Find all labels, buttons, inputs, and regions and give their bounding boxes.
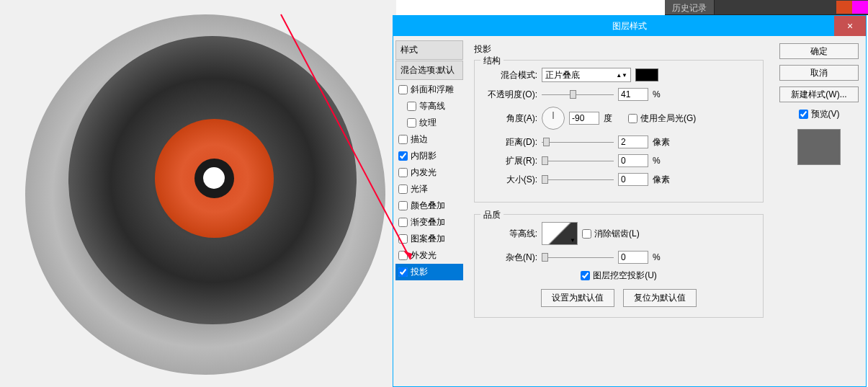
spread-unit: % (653, 156, 673, 166)
style-checkbox[interactable] (398, 234, 408, 244)
angle-label: 角度(A): (483, 112, 537, 125)
reset-default-button[interactable]: 复位为默认值 (623, 289, 697, 307)
chevron-down-icon: ▼ (570, 237, 576, 244)
dialog-titlebar[interactable]: 图层样式 × (393, 16, 866, 36)
settings-panel: 投影 结构 混合模式: 正片叠底 ▲▼ 不透明度(O): % (465, 36, 772, 387)
size-unit: 像素 (653, 174, 673, 186)
style-item-6[interactable]: 光泽 (395, 181, 463, 197)
style-item-5[interactable]: 内发光 (395, 164, 463, 181)
style-item-0[interactable]: 斜面和浮雕 (395, 81, 463, 98)
style-checkbox[interactable] (398, 218, 408, 227)
style-checkbox[interactable] (398, 184, 408, 194)
style-label: 纹理 (419, 117, 437, 129)
cancel-button[interactable]: 取消 (779, 65, 859, 81)
style-item-1[interactable]: 等高线 (395, 98, 463, 115)
style-label: 渐变叠加 (411, 216, 445, 228)
style-label: 等高线 (419, 100, 445, 112)
opacity-input[interactable] (618, 88, 648, 101)
antialias-checkbox[interactable]: 消除锯齿(L) (582, 228, 640, 240)
global-light-checkbox[interactable]: 使用全局光(G) (628, 112, 696, 125)
opacity-label: 不透明度(O): (483, 89, 537, 101)
style-item-4[interactable]: 内阴影 (395, 148, 463, 164)
style-label: 外发光 (411, 249, 437, 262)
style-item-11[interactable]: 投影 (395, 264, 463, 280)
noise-input[interactable] (618, 251, 648, 264)
size-input[interactable] (618, 173, 648, 186)
style-label: 描边 (411, 133, 428, 146)
style-label: 内阴影 (411, 150, 437, 162)
blend-mode-value: 正片叠底 (545, 69, 580, 81)
style-item-9[interactable]: 图案叠加 (395, 231, 463, 247)
style-checkbox[interactable] (398, 168, 408, 177)
vinyl-spindle (203, 167, 225, 189)
distance-unit: 像素 (653, 136, 673, 148)
layer-style-dialog: 图层样式 × 样式 混合选项:默认 斜面和浮雕等高线纹理描边内阴影内发光光泽颜色… (393, 15, 867, 387)
style-label: 图案叠加 (411, 233, 445, 245)
right-panel: 确定 取消 新建样式(W)... 预览(V) (772, 36, 866, 387)
style-checkbox[interactable] (398, 267, 408, 277)
angle-input[interactable] (569, 112, 599, 125)
knockout-checkbox[interactable]: 图层挖空投影(U) (581, 270, 657, 282)
size-label: 大小(S): (483, 174, 537, 186)
contour-picker[interactable]: ▼ (542, 222, 578, 245)
noise-label: 杂色(N): (483, 252, 537, 264)
blend-mode-select[interactable]: 正片叠底 ▲▼ (542, 68, 631, 82)
style-checkbox[interactable] (407, 102, 416, 111)
style-checkbox[interactable] (398, 151, 408, 161)
distance-slider[interactable] (542, 137, 614, 147)
shadow-color-swatch[interactable] (635, 68, 658, 81)
close-button[interactable]: × (834, 16, 866, 36)
style-label: 斜面和浮雕 (411, 84, 454, 96)
opacity-slider[interactable] (542, 89, 614, 99)
dialog-title: 图层样式 (612, 20, 647, 32)
swatch-magenta[interactable] (852, 1, 868, 14)
quality-fieldset: 品质 等高线: ▼ 消除锯齿(L) 杂色(N): % (474, 214, 764, 318)
style-checkbox[interactable] (398, 135, 408, 144)
structure-fieldset: 结构 混合模式: 正片叠底 ▲▼ 不透明度(O): % 角度(A): (474, 60, 764, 203)
noise-unit: % (653, 252, 673, 262)
contour-label: 等高线: (483, 228, 537, 240)
style-checkbox[interactable] (407, 118, 416, 128)
style-checkbox[interactable] (398, 85, 408, 94)
style-item-3[interactable]: 描边 (395, 131, 463, 148)
spread-label: 扩展(R): (483, 155, 537, 167)
angle-unit: 度 (604, 112, 624, 125)
style-item-7[interactable]: 颜色叠加 (395, 197, 463, 214)
style-label: 内发光 (411, 166, 437, 179)
history-tab[interactable]: 历史记录 (665, 0, 715, 14)
quality-legend: 品质 (480, 209, 504, 221)
new-style-button[interactable]: 新建样式(W)... (779, 86, 859, 102)
angle-dial[interactable] (542, 107, 565, 130)
style-checkbox[interactable] (398, 201, 408, 210)
distance-input[interactable] (618, 135, 648, 148)
distance-label: 距离(D): (483, 136, 537, 148)
style-label: 光泽 (411, 183, 428, 195)
blend-mode-label: 混合模式: (483, 69, 537, 81)
chevron-updown-icon: ▲▼ (616, 72, 627, 79)
styles-header[interactable]: 样式 (395, 40, 463, 60)
spread-slider[interactable] (542, 156, 614, 166)
styles-list: 样式 混合选项:默认 斜面和浮雕等高线纹理描边内阴影内发光光泽颜色叠加渐变叠加图… (393, 36, 465, 387)
preview-checkbox[interactable]: 预览(V) (779, 108, 859, 120)
noise-slider[interactable] (542, 252, 614, 262)
size-slider[interactable] (542, 174, 614, 184)
style-item-8[interactable]: 渐变叠加 (395, 214, 463, 231)
style-item-2[interactable]: 纹理 (395, 115, 463, 131)
style-checkbox[interactable] (398, 251, 408, 260)
blend-options-header[interactable]: 混合选项:默认 (395, 61, 463, 80)
canvas-background (0, 0, 396, 387)
spread-input[interactable] (618, 154, 648, 167)
style-label: 投影 (411, 266, 428, 278)
top-toolbar: 历史记录 (665, 0, 868, 15)
ok-button[interactable]: 确定 (779, 43, 859, 59)
style-label: 颜色叠加 (411, 200, 445, 212)
style-item-10[interactable]: 外发光 (395, 247, 463, 264)
set-default-button[interactable]: 设置为默认值 (541, 289, 614, 307)
preview-thumbnail (797, 129, 841, 165)
opacity-unit: % (653, 89, 673, 99)
structure-legend: 结构 (480, 55, 504, 67)
section-title: 投影 (474, 43, 764, 55)
swatch-orange[interactable] (836, 1, 852, 14)
